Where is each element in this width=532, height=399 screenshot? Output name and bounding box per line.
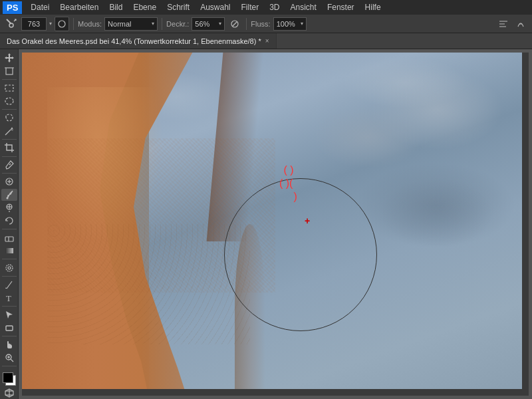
- menu-hilfe[interactable]: Hilfe: [360, 1, 386, 13]
- svg-rect-24: [6, 326, 13, 331]
- tool-artboard[interactable]: [1, 65, 17, 78]
- svg-rect-18: [5, 237, 13, 241]
- tool-path-select[interactable]: [1, 309, 17, 321]
- menu-filter[interactable]: Filter: [237, 1, 264, 13]
- tool-zoom[interactable]: [1, 351, 17, 364]
- menu-bild[interactable]: Bild: [104, 1, 127, 13]
- tool-spot-heal[interactable]: [1, 176, 17, 188]
- tool-sep-11: [2, 366, 17, 366]
- tool-sep-3: [2, 139, 17, 140]
- tool-blur[interactable]: [1, 261, 17, 274]
- tool-sep-5: [2, 173, 17, 174]
- menu-schrift[interactable]: Schrift: [162, 1, 194, 13]
- tool-sep-6: [2, 229, 17, 229]
- tool-marquee-rect[interactable]: [1, 82, 17, 94]
- tool-text[interactable]: T: [1, 291, 17, 304]
- modus-chevron-icon: ▾: [152, 21, 154, 27]
- separator-2: [162, 18, 162, 30]
- modus-dropdown[interactable]: Normal ▾: [104, 17, 158, 31]
- tool-brush[interactable]: [1, 189, 17, 201]
- svg-point-1: [59, 21, 65, 27]
- menu-fenster[interactable]: Fenster: [323, 1, 359, 13]
- svg-point-22: [8, 267, 11, 269]
- deckraft-chevron-icon: ▾: [219, 21, 221, 27]
- tool-magic-wand[interactable]: [1, 125, 17, 138]
- canvas-wrapper: ( ) ( )( ) +: [22, 53, 529, 396]
- tool-eraser[interactable]: [1, 231, 17, 244]
- tab-close-button[interactable]: ×: [265, 37, 269, 45]
- svg-line-9: [9, 164, 11, 165]
- svg-line-8: [5, 130, 11, 135]
- tool-sep-4: [2, 156, 17, 157]
- tab-bar: Das Orakel des Meeres.psd bei 41,4% (Ton…: [0, 33, 532, 49]
- fluss-dropdown[interactable]: 100% ▾: [273, 17, 307, 31]
- menu-auswahl[interactable]: Auswahl: [196, 1, 235, 13]
- tool-pen[interactable]: [1, 279, 17, 291]
- image-canvas: ( ) ( )( ) +: [22, 53, 529, 396]
- tool-clone[interactable]: [1, 201, 17, 214]
- brush-pressure-icon[interactable]: [513, 17, 528, 31]
- menu-bar: PS Datei Bearbeiten Bild Ebene Schrift A…: [0, 0, 532, 15]
- tool-eyedropper[interactable]: [1, 159, 17, 172]
- tool-sep-10: [2, 336, 17, 336]
- tool-crop[interactable]: [1, 142, 17, 154]
- tool-sep-7: [2, 259, 17, 259]
- fluss-label: Fluss:: [251, 20, 270, 28]
- vertical-scrollbar[interactable]: [522, 53, 529, 389]
- svg-point-21: [6, 265, 13, 271]
- main-layout: T: [0, 49, 532, 399]
- options-bar: 763 ▾ Modus: Normal ▾ Deckr.: 56% ▾ Flus…: [0, 15, 532, 33]
- tool-history-brush[interactable]: [1, 215, 17, 227]
- canvas-area[interactable]: ( ) ( )( ) +: [19, 49, 532, 399]
- tab-title: Das Orakel des Meeres.psd bei 41,4% (Ton…: [7, 37, 261, 45]
- menu-ansicht[interactable]: Ansicht: [286, 1, 321, 13]
- svg-point-13: [6, 197, 8, 199]
- airbrush-icon[interactable]: [227, 17, 242, 31]
- svg-point-7: [5, 98, 13, 104]
- ps-logo: PS: [3, 1, 22, 14]
- menu-bearbeiten[interactable]: Bearbeiten: [55, 1, 103, 13]
- brush-size-input[interactable]: 763: [21, 17, 47, 31]
- tool-3d-object[interactable]: [1, 386, 17, 399]
- svg-rect-6: [5, 85, 13, 91]
- horizontal-scrollbar[interactable]: [22, 389, 529, 396]
- tool-lasso[interactable]: [1, 112, 17, 124]
- deckraft-label: Deckr.:: [166, 20, 189, 28]
- deckraft-dropdown[interactable]: 56% ▾: [192, 17, 225, 31]
- skin-pores: [47, 224, 250, 344]
- tool-move[interactable]: [1, 52, 17, 65]
- brush-size-chevron[interactable]: ▾: [49, 21, 52, 27]
- active-tab[interactable]: Das Orakel des Meeres.psd bei 41,4% (Ton…: [0, 33, 277, 49]
- tool-rect-shape[interactable]: [1, 321, 17, 334]
- tool-sep-8: [2, 276, 17, 277]
- menu-3d[interactable]: 3D: [265, 1, 284, 13]
- cloud-3: [332, 53, 478, 112]
- tool-sep-9: [2, 306, 17, 307]
- foreground-color-swatch[interactable]: [3, 372, 13, 383]
- fluss-chevron-icon: ▾: [301, 21, 303, 27]
- svg-line-26: [11, 359, 13, 362]
- tool-gradient[interactable]: [1, 245, 17, 257]
- svg-text:T: T: [6, 293, 11, 303]
- tool-sep-1: [2, 79, 17, 80]
- tool-hand[interactable]: [1, 338, 17, 351]
- brush-preset-icon[interactable]: [55, 17, 69, 31]
- svg-rect-20: [5, 248, 13, 253]
- cloud-bottom-right: [370, 173, 503, 253]
- modus-label: Modus:: [78, 20, 102, 28]
- separator-3: [246, 18, 247, 30]
- menu-ebene[interactable]: Ebene: [128, 1, 161, 13]
- tool-sep-2: [2, 109, 17, 110]
- svg-rect-3: [6, 68, 13, 74]
- tool-marquee-ellipse[interactable]: [1, 95, 17, 108]
- tool-brush-icon[interactable]: [4, 17, 19, 31]
- menu-datei[interactable]: Datei: [26, 1, 54, 13]
- toolbox: T: [0, 49, 19, 399]
- brush-options-icon[interactable]: [496, 17, 511, 31]
- separator-1: [73, 18, 74, 30]
- color-swatches[interactable]: [1, 371, 17, 384]
